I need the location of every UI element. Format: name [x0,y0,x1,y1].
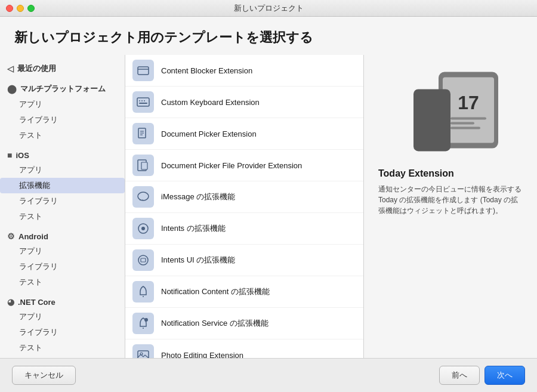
imessage-icon [132,186,154,208]
svg-point-16 [138,255,148,265]
dialog: 新しいプロジェクト用のテンプレートを選択する ◁ 最近の使用 ⬤ マルチプラット… [0,17,537,392]
document-picker-file-name: Document Picker File Provider Extension [161,161,356,170]
photo-editing-name: Photo Editing Extension [161,351,356,359]
svg-rect-0 [138,67,149,75]
sidebar-item-netcore-library[interactable]: ライブラリ [0,325,125,340]
traffic-lights [6,5,35,12]
notification-service-icon [132,313,154,334]
content-blocker-icon [132,60,154,81]
intents-ui-icon [132,249,154,271]
preview-panel: 17 Toda [364,55,537,358]
sidebar-section-recent[interactable]: ◁ 最近の使用 [0,60,125,76]
template-list: Content Blocker Extension Custom Keyboar… [125,55,364,358]
multiplatform-icon: ⬤ [7,84,17,94]
template-item-document-picker-file[interactable]: Document Picker File Provider Extension [125,150,363,181]
document-picker-icon [132,123,154,144]
sidebar-section-android[interactable]: ⚙ Android [0,228,125,243]
custom-keyboard-name: Custom Keyboard Extension [161,98,356,107]
android-icon: ⚙ [7,232,15,241]
preview-lines [450,117,486,129]
dialog-body: ◁ 最近の使用 ⬤ マルチプラットフォーム アプリ ライブラリ テスト ■ iO… [0,55,537,358]
sidebar-item-ios-app[interactable]: アプリ [0,162,125,178]
preview-date: 17 [458,91,479,113]
template-item-photo-editing[interactable]: Photo Editing Extension [125,339,363,358]
sidebar-item-ios-test[interactable]: テスト [0,209,125,224]
sidebar: ◁ 最近の使用 ⬤ マルチプラットフォーム アプリ ライブラリ テスト ■ iO… [0,55,125,358]
sidebar-section-ios[interactable]: ■ iOS [0,147,125,162]
template-item-notification-content[interactable]: Notification Content の拡張機能 [125,276,363,308]
sidebar-label-multiplatform: マルチプラットフォーム [20,84,106,94]
sidebar-label-netcore: .NET Core [18,298,55,307]
window-title: 新しいプロジェクト [234,3,304,14]
template-item-custom-keyboard[interactable]: Custom Keyboard Extension [125,87,363,118]
sidebar-section-netcore[interactable]: ◕ .NET Core [0,294,125,309]
netcore-icon: ◕ [7,297,14,307]
sidebar-label-ios: iOS [16,151,29,160]
preview-title: Today Extension [378,168,454,179]
sidebar-item-android-test[interactable]: テスト [0,274,125,290]
sidebar-label-recent: 最近の使用 [17,63,56,74]
cancel-button[interactable]: キャンセル [12,366,76,385]
ios-icon: ■ [7,150,12,160]
prev-button[interactable]: 前へ [439,366,480,385]
intents-icon [132,218,154,239]
sidebar-item-netcore-app[interactable]: アプリ [0,309,125,325]
sidebar-item-multiplatform-test[interactable]: テスト [0,128,125,143]
dialog-header: 新しいプロジェクト用のテンプレートを選択する [0,17,537,55]
template-item-intents[interactable]: Intents の拡張機能 [125,213,363,245]
sidebar-item-ios-library[interactable]: ライブラリ [0,193,125,209]
content-blocker-name: Content Blocker Extension [161,66,356,75]
imessage-name: iMessage の拡張機能 [161,192,356,202]
sidebar-item-multiplatform-library[interactable]: ライブラリ [0,112,125,128]
footer-right-buttons: 前へ 次へ [439,366,525,385]
next-button[interactable]: 次へ [484,366,525,385]
recent-icon: ◁ [7,64,14,73]
sidebar-section-multiplatform[interactable]: ⬤ マルチプラットフォーム [0,80,125,97]
custom-keyboard-icon [132,91,154,113]
svg-point-20 [144,318,148,322]
document-picker-file-icon [132,155,154,176]
dialog-footer: キャンセル 前へ 次へ [0,358,537,392]
sidebar-item-netcore-test[interactable]: テスト [0,340,125,356]
template-item-content-blocker[interactable]: Content Blocker Extension [125,55,363,87]
sidebar-item-android-library[interactable]: ライブラリ [0,259,125,274]
template-item-intents-ui[interactable]: Intents UI の拡張機能 [125,245,363,276]
sidebar-item-multiplatform-app[interactable]: アプリ [0,97,125,112]
minimize-button[interactable] [17,5,24,12]
notification-content-name: Notification Content の拡張機能 [161,286,356,297]
preview-description: 通知センターの今日ビューに情報を表示する Today の拡張機能を作成します (… [378,184,523,216]
dialog-title: 新しいプロジェクト用のテンプレートを選択する [14,29,523,47]
main-content: Content Blocker Extension Custom Keyboar… [125,55,537,358]
sidebar-label-android: Android [18,232,48,241]
maximize-button[interactable] [27,5,35,12]
document-picker-name: Document Picker Extension [161,129,356,138]
sidebar-item-ios-extension[interactable]: 拡張機能 [0,178,125,193]
notification-service-name: Notification Service の拡張機能 [161,318,356,329]
title-bar: 新しいプロジェクト [0,0,537,17]
notification-content-icon [132,281,154,303]
close-button[interactable] [6,5,13,12]
intents-name: Intents の拡張機能 [161,223,356,234]
template-item-imessage[interactable]: iMessage の拡張機能 [125,181,363,213]
intents-ui-name: Intents UI の拡張機能 [161,255,356,266]
template-item-notification-service[interactable]: Notification Service の拡張機能 [125,308,363,339]
svg-rect-12 [141,162,147,169]
svg-rect-2 [137,98,149,106]
sidebar-item-android-app[interactable]: アプリ [0,243,125,259]
svg-rect-17 [141,258,146,262]
svg-point-13 [138,192,149,200]
template-item-document-picker[interactable]: Document Picker Extension [125,118,363,150]
photo-editing-icon [132,344,154,358]
preview-image: 17 [378,69,523,159]
svg-point-15 [141,227,145,230]
